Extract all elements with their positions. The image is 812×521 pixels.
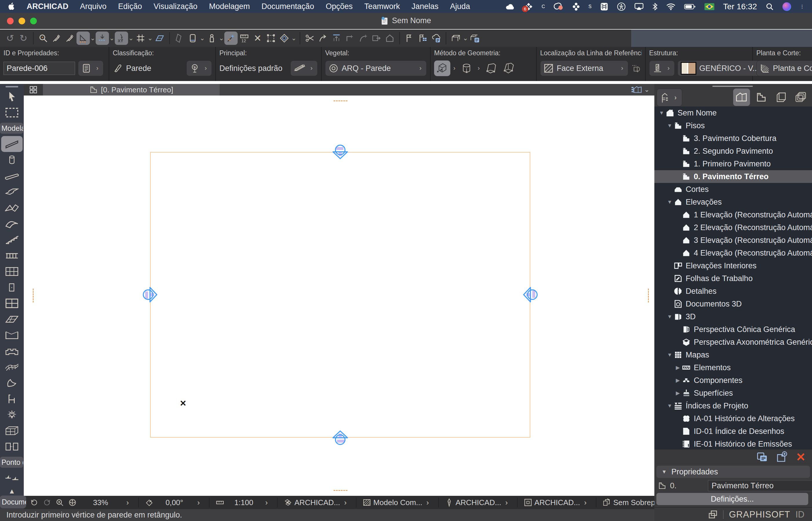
structure-type-button[interactable]: › [649, 61, 675, 76]
expand-arrow-icon[interactable]: ▼ [666, 199, 674, 205]
graphic-override-value[interactable]: ARCHICAD... [534, 498, 580, 507]
zoom-window-button[interactable] [30, 18, 37, 24]
profile-manager-dropdown[interactable]: ⌄ [218, 35, 224, 42]
tab-overview-button[interactable] [24, 84, 43, 95]
tree-item-mapas[interactable]: ▼Mapas [654, 348, 812, 361]
geometry-polygon-wall-button[interactable] [500, 61, 516, 76]
pick-up-parameters-icon[interactable] [37, 31, 50, 45]
tree-item-pavimento-cobertura[interactable]: 3. Pavimento Cobertura [654, 132, 812, 145]
collapse-arrow-icon[interactable]: ▶ [674, 364, 682, 371]
menu-janelas[interactable]: Janelas [411, 2, 439, 11]
floor-name-field[interactable] [708, 480, 812, 491]
roof-tool[interactable] [1, 200, 23, 216]
elevation-marker-north[interactable] [332, 144, 348, 160]
tab-navigator-menu[interactable]: ⌄ [631, 85, 650, 94]
fit-in-window-icon[interactable] [66, 497, 79, 508]
stretch-icon[interactable] [370, 31, 383, 45]
tree-item-elevacao-3[interactable]: 3 Elevação (Reconstrução Automática [654, 234, 812, 247]
window-tool[interactable] [1, 295, 23, 311]
cloud-status-icon[interactable] [505, 3, 515, 10]
open-settings-panel-icon[interactable] [756, 451, 768, 463]
c-app-icon[interactable]: C [542, 4, 545, 9]
furniture-object-tool[interactable] [1, 391, 23, 407]
elevation-marker-south[interactable] [332, 430, 348, 446]
tree-item-ie-01[interactable]: IE-01 Histórico de Emissões [654, 438, 812, 450]
corner-window-tool[interactable] [1, 327, 23, 343]
rotation-dropdown[interactable]: › [197, 498, 200, 507]
next-zoom-icon[interactable] [41, 497, 53, 508]
expand-arrow-icon[interactable]: ▼ [666, 403, 674, 409]
toolbox-scroll-icon[interactable]: ▲ [8, 487, 15, 495]
close-navigator-icon[interactable]: ✕ [796, 451, 806, 463]
layers-dropdown[interactable]: ⌄ [291, 35, 297, 42]
markup-flag-icon[interactable] [403, 31, 416, 45]
pen-set-icon[interactable] [443, 497, 455, 508]
adjust-icon[interactable] [317, 31, 330, 45]
apple-menu-icon[interactable] [7, 2, 15, 11]
plansection-display-button[interactable]: Planta e Cor [756, 61, 812, 76]
tree-item-perspectiva-axonometrica[interactable]: Perspectiva Axonométrica Genérica [654, 336, 812, 348]
tree-item-pavimento-terreo-selected[interactable]: 0. Pavimento Térreo [654, 170, 812, 183]
explode-icon[interactable]: ✕ [251, 31, 264, 45]
menu-documentacao[interactable]: Documentação [261, 2, 314, 11]
navigator-drag-handle[interactable] [712, 86, 753, 87]
menu-arquivo[interactable]: Arquivo [80, 2, 107, 11]
arrow-tool[interactable] [1, 89, 23, 105]
tree-item-componentes[interactable]: ▶Componentes [654, 374, 812, 387]
orientation-icon[interactable] [143, 497, 156, 508]
expand-arrow-icon[interactable]: ▼ [666, 352, 674, 358]
scale-ruler-icon[interactable] [214, 497, 226, 508]
settings-button[interactable]: Definições... [656, 493, 808, 505]
layer-combination-value[interactable]: ARCHICAD... [295, 498, 340, 507]
menu-edicao[interactable]: Edição [118, 2, 142, 11]
transfer-parameters-icon[interactable] [63, 31, 77, 45]
element-id-field[interactable] [3, 62, 75, 75]
rotation-angle-value[interactable]: 0,00° [156, 498, 193, 507]
tree-item-segundo-pavimento[interactable]: 2. Segundo Pavimento [654, 145, 812, 157]
slab-tool[interactable] [1, 184, 23, 200]
tree-item-id-01[interactable]: ID-01 Índice de Desenhos [654, 425, 812, 438]
scale-dropdown[interactable]: › [265, 498, 268, 507]
mesh-tool[interactable] [1, 359, 23, 375]
zoom-dropdown[interactable]: › [126, 498, 129, 507]
layer-selector-button[interactable]: ARQ - Parede › [325, 61, 427, 76]
tree-item-elevacoes-interiores[interactable]: Elevações Interiores [654, 259, 812, 272]
layers-dialog-icon[interactable] [278, 31, 291, 45]
view-map-button[interactable] [753, 89, 770, 106]
airplay-icon[interactable] [634, 3, 644, 11]
expand-arrow-icon[interactable]: ▼ [666, 123, 674, 129]
pen-set-value[interactable]: ARCHICAD... [455, 498, 501, 507]
properties-header[interactable]: ▼ Propriedades [656, 466, 810, 478]
classification-value[interactable]: Parede [126, 64, 151, 73]
undo-icon[interactable]: ↺ [3, 31, 17, 45]
graphic-override-dropdown[interactable]: › [584, 498, 587, 507]
graphisoft-logo[interactable]: GRAPHISOFT [729, 509, 790, 520]
group-elements-icon[interactable] [264, 31, 278, 45]
chevron-right-icon[interactable]: › [476, 65, 482, 72]
toolbox-section-document[interactable]: Docume [0, 496, 26, 508]
principal-value[interactable]: Definições padrão [219, 64, 282, 73]
align-icon[interactable] [330, 31, 343, 45]
classification-tree-button[interactable]: › [186, 61, 212, 76]
bluetooth-icon[interactable] [652, 3, 658, 11]
fillet-icon[interactable] [357, 31, 370, 45]
virtual-trace-dropdown[interactable]: ⌄ [199, 35, 205, 42]
layer-combination-dropdown[interactable]: › [344, 498, 347, 507]
curtain-wall-tool[interactable] [1, 264, 23, 279]
editing-plane-icon[interactable] [153, 31, 166, 45]
shapes-app-icon[interactable] [572, 2, 580, 11]
snap-grid-icon[interactable] [134, 31, 147, 45]
menu-archicad[interactable]: ARCHICAD [27, 2, 68, 11]
redo-icon[interactable]: ↻ [17, 31, 30, 45]
tree-item-ia-01[interactable]: IA-01 Histórico de Alterações [654, 412, 812, 425]
tree-item-folhas-de-trabalho[interactable]: Folhas de Trabalho [654, 272, 812, 285]
beam-tool[interactable] [1, 168, 23, 184]
app-tiles-icon[interactable]: 6 [524, 2, 533, 11]
zoom-level-value[interactable]: 33% [79, 498, 122, 507]
shell-tool[interactable] [1, 216, 23, 231]
menu-modelagem[interactable]: Modelagem [209, 2, 250, 11]
collapse-properties-icon[interactable]: ▼ [662, 469, 667, 475]
menu-visualizacao[interactable]: Visualização [154, 2, 197, 11]
edit-base-icon[interactable] [383, 31, 397, 45]
tree-item-documentos-3d[interactable]: Documentos 3D [654, 298, 812, 310]
